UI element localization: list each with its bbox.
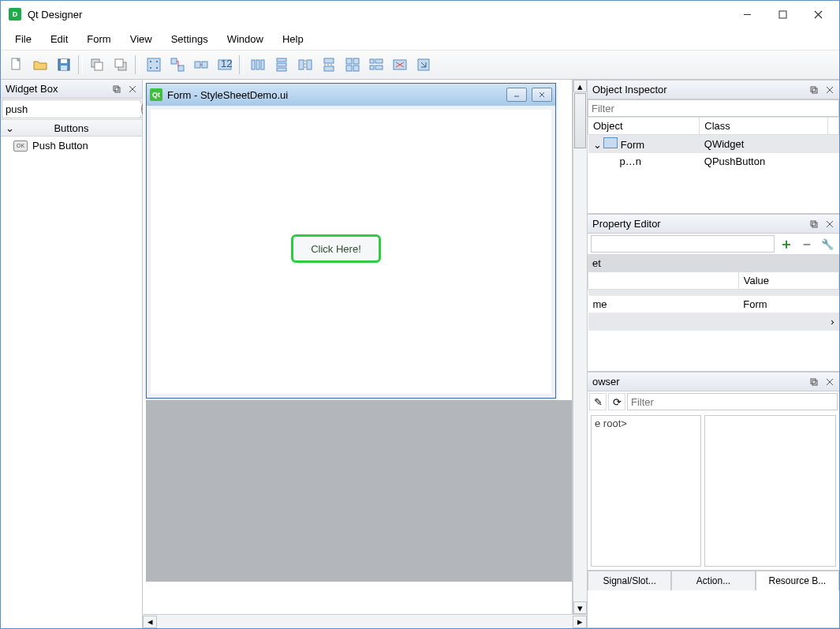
signals-slots-icon[interactable] xyxy=(166,54,189,76)
property-editor-float-button[interactable] xyxy=(806,217,822,231)
widget-box-header: Widget Box xyxy=(1,80,142,99)
col-class[interactable]: Class xyxy=(700,118,828,135)
click-here-button[interactable]: Click Here! xyxy=(291,234,381,263)
resource-filter-input[interactable] xyxy=(627,393,838,410)
buddies-icon[interactable] xyxy=(190,54,212,76)
push-button-icon: OK xyxy=(13,140,28,152)
main-toolbar: 123 xyxy=(1,50,839,80)
qt-icon: Qt xyxy=(150,88,162,101)
property-editor-title: Property Editor xyxy=(592,218,661,230)
property-category[interactable]: et xyxy=(588,255,839,271)
window-minimize-button[interactable] xyxy=(730,3,765,25)
property-row[interactable]: meForm xyxy=(588,296,839,313)
menu-edit[interactable]: Edit xyxy=(43,30,76,48)
property-editor-header: Property Editor xyxy=(588,215,839,234)
tab-order-icon[interactable]: 123 xyxy=(214,54,236,76)
scroll-up-icon[interactable]: ▴ xyxy=(573,80,587,92)
object-inspector-table: ObjectClass ⌄ Form QWidget p…n QPushButt… xyxy=(588,117,839,170)
svg-rect-0 xyxy=(779,11,786,18)
form-design-area[interactable]: Qt Form - StyleSheetDemo.ui Click Here! … xyxy=(143,80,573,614)
form-canvas[interactable]: Click Here! xyxy=(147,106,555,398)
layout-vertical-icon[interactable] xyxy=(271,54,293,76)
send-back-icon[interactable] xyxy=(86,54,108,76)
object-inspector-header: Object Inspector xyxy=(588,80,839,99)
resource-browser-header: owser xyxy=(588,373,839,391)
svg-rect-43 xyxy=(812,88,817,93)
widget-box-title: Widget Box xyxy=(6,83,58,95)
svg-rect-8 xyxy=(115,59,123,67)
form-minimize-button[interactable] xyxy=(506,88,527,102)
layout-horizontal-icon[interactable] xyxy=(247,54,269,76)
scroll-left-icon[interactable]: ◂ xyxy=(143,616,157,628)
widget-box-close-button[interactable] xyxy=(125,82,140,96)
svg-rect-25 xyxy=(277,68,286,71)
svg-rect-30 xyxy=(346,58,352,64)
layout-grid-icon[interactable] xyxy=(342,54,364,76)
tab-resource-browser[interactable]: Resource B... xyxy=(756,571,839,590)
bring-front-icon[interactable] xyxy=(110,54,132,76)
reload-resources-icon[interactable]: ⟳ xyxy=(608,393,625,410)
scrollbar-thumb[interactable] xyxy=(574,93,586,148)
menu-settings[interactable]: Settings xyxy=(163,30,216,48)
svg-rect-6 xyxy=(95,62,103,70)
property-filter-input[interactable] xyxy=(591,235,775,253)
svg-rect-41 xyxy=(115,88,120,92)
window-maximize-button[interactable] xyxy=(765,3,801,25)
col-value[interactable]: Value xyxy=(738,272,838,290)
adjust-size-icon[interactable] xyxy=(413,54,435,76)
svg-rect-32 xyxy=(346,66,352,71)
app-icon: D xyxy=(9,8,21,21)
resource-browser-float-button[interactable] xyxy=(806,375,822,389)
open-icon[interactable] xyxy=(29,54,51,76)
form-window[interactable]: Qt Form - StyleSheetDemo.ui Click Here! xyxy=(146,83,556,399)
canvas-vertical-scrollbar[interactable]: ▴ ▾ xyxy=(573,80,587,614)
widget-category-header[interactable]: ⌄ Buttons xyxy=(1,119,142,137)
menu-help[interactable]: Help xyxy=(274,30,312,48)
object-row-form[interactable]: ⌄ Form QWidget xyxy=(588,135,839,154)
col-object[interactable]: Object xyxy=(588,118,700,135)
menu-window[interactable]: Window xyxy=(219,30,271,48)
svg-rect-22 xyxy=(261,60,264,69)
layout-form-icon[interactable] xyxy=(365,54,387,76)
tab-signal-slot[interactable]: Signal/Slot... xyxy=(588,571,671,590)
menu-view[interactable]: View xyxy=(122,30,160,48)
svg-text:123: 123 xyxy=(221,58,233,69)
object-row-pushbutton[interactable]: p…n QPushButton xyxy=(588,153,839,170)
widget-box-search-input[interactable] xyxy=(2,103,141,115)
new-form-icon[interactable] xyxy=(6,54,28,76)
svg-rect-20 xyxy=(252,60,255,69)
resource-tree[interactable]: e root> xyxy=(591,415,701,567)
form-close-button[interactable] xyxy=(532,88,552,102)
canvas-horizontal-scrollbar[interactable]: ◂ ▸ xyxy=(143,614,587,628)
edit-resources-icon[interactable]: ✎ xyxy=(589,393,607,410)
scroll-right-icon[interactable]: ▸ xyxy=(573,616,587,628)
save-icon[interactable] xyxy=(53,54,75,76)
form-window-titlebar[interactable]: Qt Form - StyleSheetDemo.ui xyxy=(147,84,555,106)
widget-item-push-button[interactable]: OK Push Button xyxy=(1,137,142,155)
edit-widgets-icon[interactable] xyxy=(143,54,165,76)
object-inspector-close-button[interactable] xyxy=(822,83,838,97)
resource-browser-close-button[interactable] xyxy=(822,375,838,389)
layout-hsplitter-icon[interactable] xyxy=(294,54,316,76)
widget-category-label: Buttons xyxy=(54,122,88,134)
scroll-down-icon[interactable]: ▾ xyxy=(573,601,587,614)
svg-rect-45 xyxy=(812,223,817,227)
menu-form[interactable]: Form xyxy=(79,30,118,48)
property-editor-close-button[interactable] xyxy=(822,217,838,231)
menu-file[interactable]: File xyxy=(7,30,39,48)
tab-action[interactable]: Action... xyxy=(671,571,755,590)
configure-icon[interactable]: 🔧 xyxy=(819,235,836,253)
object-inspector-float-button[interactable] xyxy=(806,83,822,97)
bottom-tab-bar: Signal/Slot... Action... Resource B... xyxy=(588,570,839,590)
resource-preview xyxy=(704,415,836,567)
window-close-button[interactable] xyxy=(801,3,836,25)
svg-rect-42 xyxy=(811,87,816,92)
add-property-icon[interactable]: ＋ xyxy=(778,235,795,253)
widget-box-float-button[interactable] xyxy=(109,82,125,96)
remove-property-icon[interactable]: － xyxy=(798,235,816,253)
svg-rect-35 xyxy=(375,59,383,63)
layout-vsplitter-icon[interactable] xyxy=(318,54,340,76)
svg-rect-17 xyxy=(202,62,207,68)
break-layout-icon[interactable] xyxy=(389,54,411,76)
object-inspector-filter[interactable] xyxy=(588,100,838,116)
